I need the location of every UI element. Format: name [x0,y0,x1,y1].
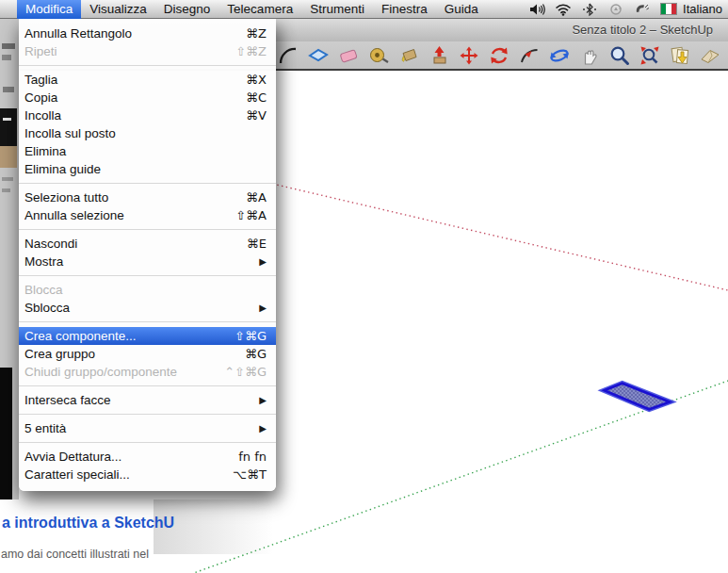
volume-icon[interactable] [528,2,545,17]
menu-bar: ModificaVisualizzaDisegnoTelecameraStrum… [0,0,728,19]
menu-separator [19,229,276,230]
edit-menu-panel: Annulla Rettangolo⌘ZRipeti⇧⌘ZTaglia⌘XCop… [19,19,276,491]
sync-icon[interactable] [607,2,624,17]
menu-item-crea-componente[interactable]: Crea componente...⇧⌘G [19,327,276,345]
zoom-extents-icon[interactable] [639,44,661,67]
menu-item-shortcut: ⇧⌘Z [235,44,267,58]
menu-item-taglia[interactable]: Taglia⌘X [19,71,276,89]
submenu-arrow-icon: ▶ [259,423,267,434]
menu-item-chiudi-gruppo-componente: Chiudi gruppo/componente⌃⇧⌘G [19,363,276,381]
menu-item-label: Elimina [24,144,267,158]
input-language-label[interactable]: Italiano [683,2,722,16]
menu-item-crea-gruppo[interactable]: Crea gruppo⌘G [19,345,276,363]
arc-tool-icon[interactable] [277,44,299,67]
menu-item-avvia-dettatura[interactable]: Avvia Dettatura...fn fn [19,448,276,466]
menubar-item-visualizza[interactable]: Visualizza [81,0,155,19]
menu-drop-shadow [154,499,295,554]
menu-item-annulla-rettangolo[interactable]: Annulla Rettangolo⌘Z [19,25,276,42]
background-window-strip [0,19,19,500]
menu-item-label: Incolla sul posto [24,126,267,140]
menu-item-label: Taglia [24,73,246,87]
orbit-tool-icon[interactable] [548,44,571,67]
menu-item-5-entità[interactable]: 5 entità▶ [19,419,276,437]
menu-item-label: Annulla Rettangolo [24,26,246,41]
submenu-arrow-icon: ▶ [259,303,267,313]
menu-item-label: Ripeti [24,44,235,58]
wifi-icon[interactable] [555,2,572,17]
menu-separator [19,442,276,443]
menu-item-caratteri-speciali[interactable]: Caratteri speciali...⌥⌘T [19,466,276,483]
menu-item-label: Seleziona tutto [24,190,246,205]
tape-measure-icon[interactable] [367,44,390,67]
offset-tool-icon[interactable] [518,44,541,67]
zoom-tool-icon[interactable] [608,44,631,67]
menu-separator [19,65,276,66]
get-models-icon[interactable] [669,44,691,67]
menubar-item-disegno[interactable]: Disegno [155,0,219,19]
menu-separator [19,321,276,322]
menubar-item-telecamera[interactable]: Telecamera [218,0,301,19]
menu-separator [19,385,276,386]
menu-item-label: Chiudi gruppo/componente [24,365,224,379]
menu-item-label: Elimina guide [24,162,267,176]
pan-tool-icon[interactable] [578,44,601,67]
rotate-tool-icon[interactable] [488,44,510,67]
menu-item-label: Interseca facce [24,393,259,407]
menu-item-label: Blocca [24,283,267,297]
menu-item-shortcut: ⌘C [246,90,267,105]
menu-item-mostra[interactable]: Mostra▶ [19,253,276,270]
instructor-body-text: amo dai concetti illustrati nel [1,548,149,561]
menu-item-label: Copia [24,90,246,105]
menu-item-shortcut: ⌘Z [246,26,267,41]
rectangle-tool-icon[interactable] [307,44,330,67]
phone-icon[interactable] [634,2,651,17]
menu-item-incolla-sul-posto[interactable]: Incolla sul posto [19,124,276,142]
menu-separator [19,414,276,415]
menu-item-shortcut: ⌘E [247,237,267,251]
instructor-panel[interactable]: a introduttiva a SketchU amo dai concett… [0,499,154,573]
menu-item-shortcut: ⌘G [245,347,267,361]
menu-item-label: Caratteri speciali... [24,467,233,482]
menu-item-shortcut: ⌃⇧⌘G [224,365,267,379]
menu-item-label: Incolla [24,108,246,123]
menu-item-shortcut: ⌘A [246,190,267,205]
menubar-item-modifica[interactable]: Modifica [17,0,81,19]
menu-item-shortcut: ⌥⌘T [233,467,267,482]
menu-item-shortcut: ⇧⌘A [235,208,267,222]
submenu-arrow-icon: ▶ [259,395,267,405]
instructor-heading-link[interactable]: a introduttiva a SketchU [2,515,174,532]
eraser-tool-icon[interactable] [337,44,360,67]
menu-item-elimina[interactable]: Elimina [19,142,276,160]
menu-item-shortcut: ⇧⌘G [235,329,267,343]
menu-item-label: Crea componente... [24,329,235,343]
menu-item-label: Crea gruppo [24,347,245,361]
menubar-item-guida[interactable]: Guida [436,0,487,19]
menu-item-shortcut: ⌘X [246,73,267,87]
menu-separator [19,275,276,276]
menu-item-sblocca[interactable]: Sblocca▶ [19,299,276,317]
bluetooth-icon[interactable] [581,2,598,17]
menu-item-label: Mostra [24,254,259,269]
menu-item-interseca-facce[interactable]: Interseca facce▶ [19,391,276,409]
push-pull-icon[interactable] [428,44,450,67]
paint-bucket-icon[interactable] [397,44,420,67]
menu-item-ripeti: Ripeti⇧⌘Z [19,42,276,60]
menu-item-annulla-selezione[interactable]: Annulla selezione⇧⌘A [19,206,276,224]
menubar-item-strumenti[interactable]: Strumenti [301,0,373,19]
flag-italy-icon[interactable] [660,3,677,15]
menubar-status-area: Italiano [528,2,728,17]
menu-item-seleziona-tutto[interactable]: Seleziona tutto⌘A [19,188,276,206]
window-title: Senza titolo 2 – SketchUp [572,23,713,37]
menu-item-label: Avvia Dettatura... [24,450,238,464]
menu-item-label: 5 entità [24,421,259,435]
submenu-arrow-icon: ▶ [259,256,267,267]
menu-item-nascondi[interactable]: Nascondi⌘E [19,235,276,253]
menubar-item-finestra[interactable]: Finestra [373,0,436,19]
menu-separator [19,183,276,184]
menu-item-incolla[interactable]: Incolla⌘V [19,106,276,124]
menu-item-elimina-guide[interactable]: Elimina guide [19,160,276,178]
menu-item-copia[interactable]: Copia⌘C [19,89,276,106]
move-tool-icon[interactable] [458,44,480,67]
menu-item-label: Annulla selezione [24,208,235,222]
share-model-icon[interactable] [699,44,721,67]
